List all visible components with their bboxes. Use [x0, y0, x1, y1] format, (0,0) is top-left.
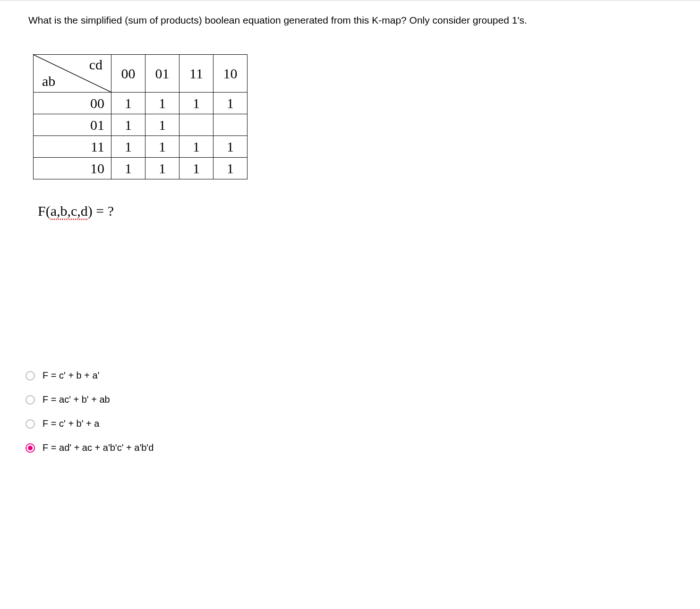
- col-header: 10: [213, 55, 248, 93]
- function-expression: F(a,b,c,d) = ?: [38, 203, 672, 219]
- function-suffix: ) = ?: [88, 203, 114, 219]
- radio-icon[interactable]: [26, 419, 35, 429]
- function-prefix: F(: [38, 203, 51, 219]
- radio-icon[interactable]: [26, 371, 35, 381]
- kmap-cell: 1: [213, 158, 248, 179]
- kmap-corner: cd ab: [34, 55, 111, 93]
- kmap-cell: 1: [111, 114, 145, 136]
- kmap-container: cd ab 00 01 11 10 00 1 1 1 1 01 1 1: [33, 54, 672, 179]
- radio-icon[interactable]: [26, 395, 35, 405]
- option-label: F = c' + b' + a: [43, 418, 99, 429]
- kmap-cell: 1: [179, 136, 213, 158]
- kmap-cell: 1: [145, 93, 179, 114]
- option-2[interactable]: F = ac' + b' + ab: [26, 394, 672, 405]
- kmap-cell: 1: [179, 93, 213, 114]
- option-4[interactable]: F = ad' + ac + a'b'c' + a'b'd: [26, 442, 672, 453]
- kmap-cell: 1: [111, 93, 145, 114]
- row-header: 11: [34, 136, 111, 158]
- question-text: What is the simplified (sum of products)…: [28, 15, 672, 26]
- radio-icon[interactable]: [26, 443, 35, 453]
- row-variable: ab: [42, 73, 55, 89]
- col-header: 11: [179, 55, 213, 93]
- kmap-cell: 1: [179, 158, 213, 179]
- option-3[interactable]: F = c' + b' + a: [26, 418, 672, 429]
- row-header: 10: [34, 158, 111, 179]
- col-header: 00: [111, 55, 145, 93]
- question-page: What is the simplified (sum of products)…: [0, 0, 700, 481]
- kmap-cell: 1: [145, 136, 179, 158]
- answer-options: F = c' + b + a' F = ac' + b' + ab F = c'…: [26, 370, 672, 453]
- option-1[interactable]: F = c' + b + a': [26, 370, 672, 381]
- kmap-table: cd ab 00 01 11 10 00 1 1 1 1 01 1 1: [33, 54, 248, 179]
- row-header: 00: [34, 93, 111, 114]
- kmap-cell: 1: [213, 93, 248, 114]
- option-label: F = c' + b + a': [43, 370, 99, 381]
- kmap-cell: [213, 114, 248, 136]
- kmap-cell: 1: [213, 136, 248, 158]
- kmap-cell: 1: [111, 136, 145, 158]
- row-header: 01: [34, 114, 111, 136]
- kmap-cell: 1: [111, 158, 145, 179]
- function-args: a,b,c,d: [51, 203, 88, 219]
- kmap-cell: [179, 114, 213, 136]
- option-label: F = ac' + b' + ab: [43, 394, 110, 405]
- kmap-cell: 1: [145, 158, 179, 179]
- col-header: 01: [145, 55, 179, 93]
- kmap-cell: 1: [145, 114, 179, 136]
- option-label: F = ad' + ac + a'b'c' + a'b'd: [43, 442, 154, 453]
- col-variable: cd: [89, 57, 102, 73]
